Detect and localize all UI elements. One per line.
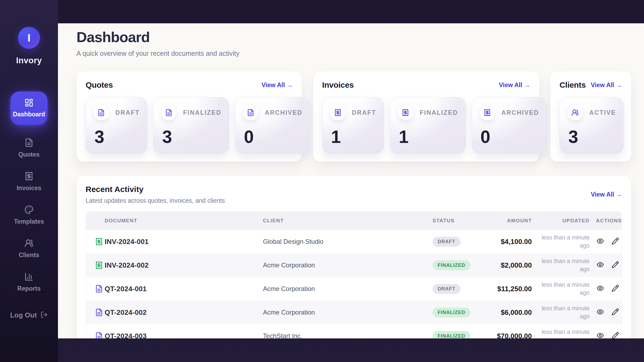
- bar-chart-icon: [24, 272, 34, 282]
- sidebar-item-label: Templates: [14, 218, 44, 225]
- eye-icon[interactable]: [597, 285, 604, 293]
- table-header-row: DOCUMENT CLIENT STATUS AMOUNT UPDATED AC…: [86, 212, 622, 230]
- column-header-actions: ACTIONS: [590, 218, 622, 224]
- quote-file-icon: [86, 308, 105, 316]
- updated-cell: less than a minute ago: [532, 257, 590, 273]
- sidebar-item-reports[interactable]: Reports: [17, 272, 41, 292]
- file-text-icon: [243, 105, 258, 120]
- sidebar-item-clients[interactable]: Clients: [19, 239, 39, 259]
- page-title: Dashboard: [76, 29, 631, 45]
- stat-value: 0: [480, 128, 539, 146]
- client-cell: Acme Corporation: [263, 309, 433, 316]
- recent-activity-card: Recent Activity Latest updates across qu…: [76, 176, 631, 338]
- activity-view-all-link[interactable]: View All →: [591, 191, 622, 198]
- invoice-receipt-icon: [86, 261, 105, 269]
- receipt-icon: [480, 105, 495, 120]
- eye-icon[interactable]: [597, 237, 604, 246]
- status-badge: DRAFT: [433, 284, 460, 294]
- column-header-updated: UPDATED: [532, 218, 590, 224]
- stat-label: FINALIZED: [420, 109, 458, 116]
- sidebar-item-label: Quotes: [18, 151, 39, 158]
- file-text-icon: [93, 105, 109, 120]
- clients-active-tile: ACTIVE 3: [559, 97, 624, 154]
- stat-label: ARCHIVED: [265, 109, 302, 116]
- sidebar-item-label: Invoices: [17, 184, 41, 192]
- document-cell: QT-2024-001: [105, 285, 263, 293]
- receipt-icon: [24, 172, 34, 182]
- invoices-draft-tile: DRAFT 1: [322, 97, 384, 154]
- logout-icon: [41, 311, 48, 319]
- table-row: QT-2024-001 Acme Corporation DRAFT $11,2…: [86, 277, 622, 301]
- document-cell: INV-2024-001: [105, 238, 263, 246]
- quotes-view-all-link[interactable]: View All →: [262, 82, 293, 89]
- stat-value: 1: [330, 128, 376, 146]
- updated-cell: less than a minute ago: [532, 328, 590, 338]
- invoices-finalized-tile: FINALIZED 1: [390, 97, 466, 154]
- stat-value: 3: [93, 128, 140, 146]
- client-cell: Global Design Studio: [263, 238, 433, 245]
- sidebar-item-invoices[interactable]: Invoices: [17, 172, 41, 192]
- stat-label: DRAFT: [115, 109, 140, 116]
- invoices-card: Invoices View All → DRAFT 1 FINALIZED: [313, 71, 539, 162]
- status-badge: DRAFT: [433, 237, 460, 247]
- file-text-icon: [161, 105, 177, 120]
- updated-cell: less than a minute ago: [532, 234, 590, 249]
- pencil-icon[interactable]: [612, 332, 619, 338]
- quotes-card: Quotes View All → DRAFT 3 FINALIZED 3: [76, 71, 302, 162]
- brand-initial: I: [27, 32, 30, 44]
- clients-card-title: Clients: [559, 80, 586, 90]
- status-badge: FINALIZED: [433, 331, 470, 339]
- column-header-status: STATUS: [433, 218, 486, 224]
- sidebar-item-label: Dashboard: [13, 111, 45, 118]
- client-cell: Acme Corporation: [263, 261, 433, 269]
- amount-cell: $6,000.00: [486, 308, 532, 317]
- receipt-icon: [398, 105, 413, 120]
- invoice-receipt-icon: [86, 238, 105, 246]
- stat-value: 3: [161, 128, 221, 146]
- eye-icon[interactable]: [597, 261, 604, 269]
- logout-button[interactable]: Log Out: [0, 311, 58, 319]
- amount-cell: $70,000.00: [486, 332, 532, 339]
- quotes-draft-tile: DRAFT 3: [86, 97, 147, 154]
- invoices-archived-tile: ARCHIVED 0: [472, 97, 547, 154]
- table-row: QT-2024-003 TechStart Inc. FINALIZED $70…: [86, 324, 622, 338]
- pencil-icon[interactable]: [612, 237, 619, 246]
- sidebar: I Invory Dashboard Quotes Invoices Templ…: [0, 0, 58, 362]
- quotes-finalized-tile: FINALIZED 3: [153, 97, 229, 154]
- main-content: Dashboard A quick overview of your recen…: [58, 23, 644, 338]
- pencil-icon[interactable]: [612, 261, 619, 269]
- receipt-icon: [330, 105, 346, 120]
- sidebar-item-dashboard[interactable]: Dashboard: [10, 91, 47, 125]
- client-cell: Acme Corporation: [263, 285, 433, 293]
- summary-cards-row: Quotes View All → DRAFT 3 FINALIZED 3: [76, 71, 631, 162]
- sidebar-item-quotes[interactable]: Quotes: [18, 138, 39, 158]
- users-icon: [24, 239, 34, 249]
- stat-label: ACTIVE: [589, 109, 616, 116]
- invoices-view-all-link[interactable]: View All →: [499, 82, 530, 89]
- status-badge: FINALIZED: [433, 260, 470, 270]
- document-cell: INV-2024-002: [105, 261, 263, 269]
- status-badge: FINALIZED: [433, 308, 470, 317]
- page-subtitle: A quick overview of your recent document…: [76, 50, 631, 57]
- pencil-icon[interactable]: [612, 285, 619, 293]
- clients-view-all-link[interactable]: View All →: [591, 82, 622, 89]
- sidebar-item-label: Clients: [19, 252, 39, 259]
- quotes-archived-tile: ARCHIVED 0: [235, 97, 310, 154]
- activity-table: DOCUMENT CLIENT STATUS AMOUNT UPDATED AC…: [86, 211, 622, 338]
- column-header-client: CLIENT: [263, 218, 433, 224]
- table-row: QT-2024-002 Acme Corporation FINALIZED $…: [86, 301, 622, 324]
- users-icon: [567, 105, 583, 120]
- recent-activity-title: Recent Activity: [86, 185, 225, 194]
- sidebar-item-templates[interactable]: Templates: [14, 205, 44, 225]
- client-cell: TechStart Inc.: [263, 332, 433, 338]
- invoices-card-title: Invoices: [322, 80, 354, 90]
- quotes-card-title: Quotes: [86, 80, 113, 90]
- pencil-icon[interactable]: [612, 308, 619, 317]
- eye-icon[interactable]: [597, 308, 604, 317]
- document-cell: QT-2024-003: [105, 332, 263, 339]
- stat-value: 0: [243, 128, 302, 146]
- eye-icon[interactable]: [597, 332, 604, 338]
- stat-value: 1: [398, 128, 458, 146]
- stat-value: 3: [567, 128, 616, 146]
- quote-file-icon: [86, 332, 105, 338]
